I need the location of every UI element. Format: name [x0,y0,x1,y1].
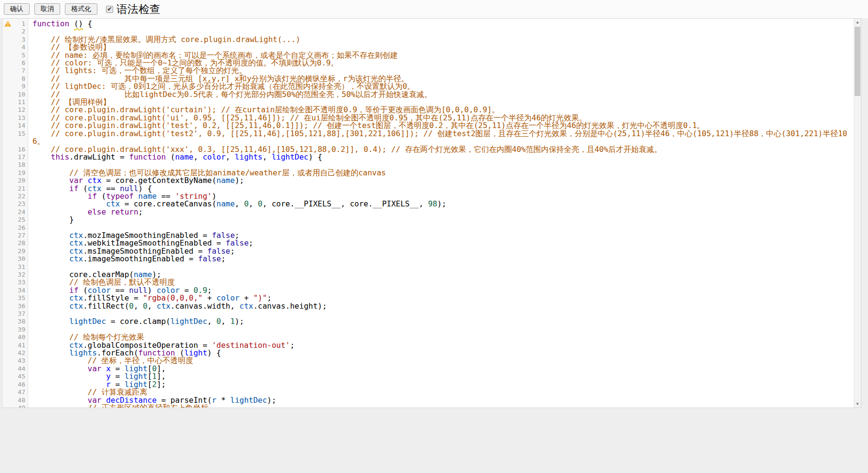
code-line: 24 else return; [2,208,854,216]
scrollbar-thumb[interactable] [855,27,860,96]
line-gutter: 32 [2,271,28,279]
code-line: 10 // 比如lightDec为0.5代表，每个灯光部分内圈50%的范围全亮，… [2,91,854,98]
line-gutter: 41 [2,342,28,349]
line-number: 24 [18,208,25,216]
line-number: 31 [18,263,25,271]
line-gutter: 46 [2,381,28,388]
line-number: 29 [18,247,25,255]
code-line: 15 // core.plugin.drawLight('test2', 0.9… [2,130,854,146]
line-gutter: 26 [2,224,28,232]
code-line-text[interactable]: // 绘制灯光/漆黑层效果。调用方式 core.plugin.drawLight… [28,36,854,43]
code-line-text[interactable]: function () { [28,20,854,28]
code-line-text[interactable]: this.drawLight = function (name, color, … [28,153,854,161]
line-number: 18 [18,161,25,169]
line-number: 25 [18,216,25,224]
code-line-text[interactable]: r = light[2]; [28,381,854,388]
line-number: 47 [18,388,25,396]
line-gutter: 35 [2,294,28,302]
code-lines[interactable]: 1function () {2 3 // 绘制灯光/漆黑层效果。调用方式 cor… [2,20,854,408]
line-number: 8 [21,75,25,83]
code-editor[interactable]: 1function () {2 3 // 绘制灯光/漆黑层效果。调用方式 cor… [2,18,861,408]
line-number: 5 [21,52,25,59]
line-gutter: 8 [2,75,28,83]
line-gutter: 18 [2,161,28,169]
line-number: 13 [18,114,25,122]
toolbar: 确认 取消 格式化 ✔ 语法检查 [0,0,868,18]
code-line-text[interactable]: ctx = core.createCanvas(name, 0, 0, core… [28,200,854,208]
line-number: 46 [18,381,25,388]
line-number: 42 [18,349,25,357]
code-line-text[interactable]: ctx.imageSmoothingEnabled = false; [28,255,854,263]
line-number: 1 [21,20,25,28]
line-number: 3 [21,36,25,43]
line-number: 40 [18,333,25,341]
code-line-text[interactable]: // 正方形区域的直径和左上角坐标 [28,404,854,408]
code-line: 17 this.drawLight = function (name, colo… [2,153,854,161]
line-number: 32 [18,271,25,279]
line-number: 26 [18,224,25,232]
line-number: 35 [18,294,25,302]
line-gutter: 39 [2,326,28,333]
line-gutter: 1 [2,20,28,28]
line-gutter: 28 [2,239,28,247]
line-number: 36 [18,302,25,310]
line-gutter: 36 [2,302,28,310]
line-gutter: 16 [2,146,28,153]
line-number: 14 [18,122,25,129]
warning-icon[interactable] [4,21,12,27]
line-gutter: 33 [2,279,28,286]
scroll-down-button[interactable]: ▼ [854,400,861,408]
line-number: 34 [18,287,25,294]
code-line-text[interactable]: // 比如lightDec为0.5代表，每个灯光部分内圈50%的范围全亮，50%… [28,91,854,98]
line-number: 38 [18,318,25,325]
line-gutter: 9 [2,83,28,90]
syntax-check-control: ✔ 语法检查 [106,2,160,17]
cancel-button[interactable]: 取消 [34,3,60,15]
line-number: 30 [18,255,25,263]
line-gutter: 47 [2,388,28,396]
line-number: 44 [18,365,25,373]
code-line: 38 lightDec = core.clamp(lightDec, 0, 1)… [2,318,854,325]
code-line: 30 ctx.imageSmoothingEnabled = false; [2,255,854,263]
line-gutter: 37 [2,310,28,318]
scroll-up-button[interactable]: ▲ [854,19,861,26]
line-gutter: 4 [2,43,28,51]
line-gutter: 12 [2,106,28,114]
code-line-text[interactable] [28,326,854,333]
line-gutter: 24 [2,208,28,216]
line-gutter: 15 [2,130,28,146]
line-number: 15 [18,130,25,138]
code-line-text[interactable]: lightDec = core.clamp(lightDec, 0, 1); [28,318,854,325]
code-line: 25 } [2,216,854,224]
line-gutter: 27 [2,232,28,239]
line-number: 21 [18,185,25,193]
line-gutter: 44 [2,365,28,373]
line-number: 19 [18,169,25,177]
line-gutter: 48 [2,397,28,404]
line-gutter: 13 [2,114,28,122]
line-gutter: 25 [2,216,28,224]
code-line-text[interactable]: } [28,216,854,224]
code-line-text[interactable]: // core.plugin.drawLight('test2', 0.9, [… [28,130,854,146]
line-number: 28 [18,239,25,247]
syntax-check-checkbox[interactable]: ✔ [106,6,113,13]
line-number: 49 [18,404,25,408]
line-number: 4 [21,43,25,51]
vertical-scrollbar[interactable]: ▲ ▼ [854,19,861,408]
confirm-button[interactable]: 确认 [4,3,30,15]
line-gutter: 6 [2,59,28,67]
format-button[interactable]: 格式化 [65,3,97,15]
line-number: 22 [18,193,25,200]
code-line: 1function () { [2,20,854,28]
line-gutter: 23 [2,200,28,208]
line-gutter: 45 [2,373,28,380]
code-line-text[interactable]: else return; [28,208,854,216]
line-number: 11 [18,98,25,106]
line-number: 17 [18,153,25,161]
line-number: 33 [18,279,25,286]
line-number: 43 [18,357,25,365]
code-line-text[interactable]: ctx.fillRect(0, 0, ctx.canvas.width, ctx… [28,302,854,310]
line-gutter: 2 [2,28,28,35]
line-number: 20 [18,177,25,184]
line-number: 39 [18,326,25,333]
